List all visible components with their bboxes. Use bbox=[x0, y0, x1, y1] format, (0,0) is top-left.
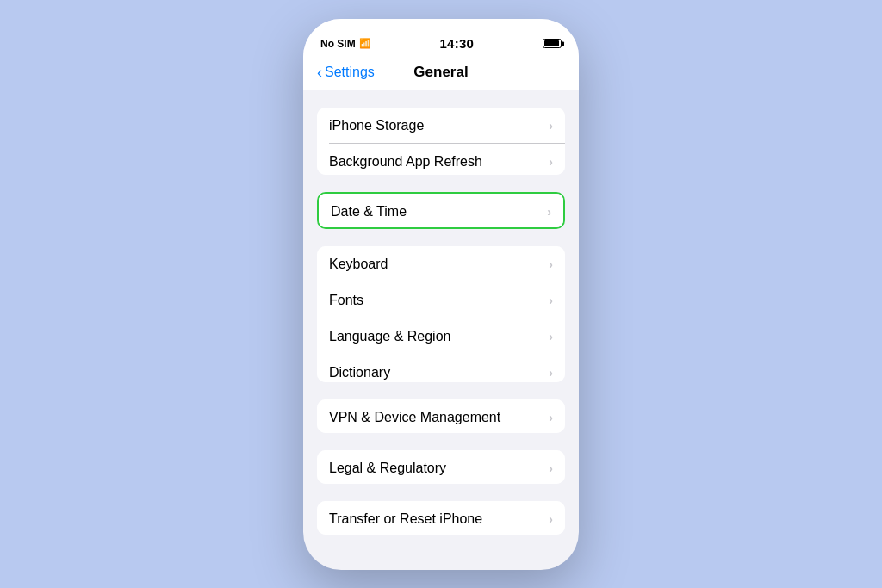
keyboard-label: Keyboard bbox=[329, 257, 388, 272]
chevron-icon: › bbox=[549, 119, 553, 133]
chevron-icon: › bbox=[549, 411, 553, 424]
vpn-label: VPN & Device Management bbox=[329, 410, 500, 425]
section-legal: Legal & Regulatory › bbox=[317, 450, 565, 484]
date-time-label: Date & Time bbox=[331, 204, 407, 220]
dictionary-label: Dictionary bbox=[329, 365, 390, 381]
section-keyboard: Keyboard › Fonts › Language & Region › D… bbox=[317, 246, 565, 381]
content-area: iPhone Storage › Background App Refresh … bbox=[303, 90, 579, 570]
section-storage: iPhone Storage › Background App Refresh … bbox=[317, 108, 565, 176]
chevron-icon: › bbox=[549, 330, 553, 344]
status-time: 14:30 bbox=[439, 36, 474, 51]
chevron-icon: › bbox=[549, 366, 553, 380]
section-date-time: Date & Time › bbox=[317, 192, 565, 229]
chevron-icon: › bbox=[549, 461, 553, 475]
list-item-iphone-storage[interactable]: iPhone Storage › bbox=[317, 108, 565, 144]
section-reset: Transfer or Reset iPhone › bbox=[317, 501, 565, 535]
transfer-reset-label: Transfer or Reset iPhone bbox=[329, 511, 482, 527]
list-item-fonts[interactable]: Fonts › bbox=[317, 282, 565, 319]
language-region-label: Language & Region bbox=[329, 329, 450, 344]
list-item-keyboard[interactable]: Keyboard › bbox=[317, 246, 565, 282]
back-label: Settings bbox=[325, 65, 375, 80]
status-carrier: No SIM 📶 bbox=[320, 38, 371, 50]
battery-icon bbox=[543, 39, 562, 48]
list-item-background-app-refresh[interactable]: Background App Refresh › bbox=[317, 144, 565, 176]
list-item-language-region[interactable]: Language & Region › bbox=[317, 319, 565, 355]
phone-frame: No SIM 📶 14:30 ‹ Settings General iPhone… bbox=[303, 19, 579, 570]
background-app-refresh-label: Background App Refresh bbox=[329, 154, 482, 170]
list-item-transfer-reset[interactable]: Transfer or Reset iPhone › bbox=[317, 501, 565, 535]
list-item-vpn[interactable]: VPN & Device Management › bbox=[317, 399, 565, 433]
back-chevron-icon: ‹ bbox=[317, 65, 322, 80]
fonts-label: Fonts bbox=[329, 293, 363, 308]
iphone-storage-label: iPhone Storage bbox=[329, 118, 424, 133]
back-button[interactable]: ‹ Settings bbox=[317, 65, 375, 80]
wifi-icon: 📶 bbox=[359, 38, 371, 49]
chevron-icon: › bbox=[549, 155, 553, 169]
list-item-date-time[interactable]: Date & Time › bbox=[319, 194, 563, 229]
chevron-icon: › bbox=[549, 512, 553, 526]
list-item-dictionary[interactable]: Dictionary › bbox=[317, 355, 565, 381]
chevron-icon: › bbox=[549, 257, 553, 271]
status-bar: No SIM 📶 14:30 bbox=[303, 19, 579, 57]
chevron-icon: › bbox=[547, 205, 551, 219]
nav-bar: ‹ Settings General bbox=[303, 57, 579, 90]
status-right bbox=[543, 39, 562, 48]
page-title: General bbox=[413, 64, 468, 81]
chevron-icon: › bbox=[549, 294, 553, 307]
carrier-text: No SIM bbox=[320, 38, 356, 50]
list-item-legal[interactable]: Legal & Regulatory › bbox=[317, 450, 565, 484]
legal-label: Legal & Regulatory bbox=[329, 461, 446, 476]
section-vpn: VPN & Device Management › bbox=[317, 399, 565, 433]
